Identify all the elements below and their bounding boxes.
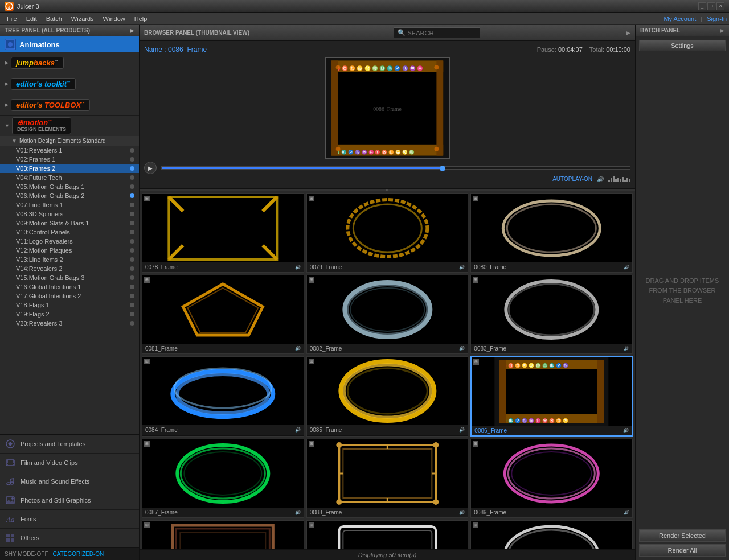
thumb-label: 0081_Frame 🔊 xyxy=(142,344,304,353)
nav-fonts[interactable]: Aa Fonts xyxy=(0,510,139,529)
search-input[interactable] xyxy=(408,30,476,36)
thumb-0078[interactable]: ⊞ 0078_Frame 🔊 xyxy=(142,193,304,273)
nav-music-label: Music and Sound Effects xyxy=(21,478,89,485)
tree-item-v02-frames-1[interactable]: V02:Frames 1 xyxy=(0,155,139,164)
close-button[interactable]: ✕ xyxy=(716,2,724,10)
audio-bar-7 xyxy=(622,177,624,182)
expand-icon: ⊞ xyxy=(473,522,478,528)
nav-fonts-label: Fonts xyxy=(21,516,36,522)
nav-projects[interactable]: Projects and Templates xyxy=(0,435,139,454)
thumb-0084[interactable]: ⊞ 0084_Frame 🔊 xyxy=(142,356,304,437)
tree-item-v15-motion-grab-bags-3[interactable]: V15:Motion Grab Bags 3 xyxy=(0,273,139,282)
play-button[interactable]: ▶ xyxy=(144,162,157,174)
thumb-name: 0078_Frame xyxy=(145,264,178,270)
menu-help[interactable]: Help xyxy=(130,14,152,23)
thumb-name: 0087_Frame xyxy=(145,509,178,516)
titlebar: J Juicer 3 _ □ ✕ xyxy=(0,0,729,13)
nav-projects-label: Projects and Templates xyxy=(21,440,85,447)
thumb-0087[interactable]: ⊞ 0087_Frame 🔊 xyxy=(142,439,304,518)
preview-name-bar: Name : 0086_Frame Pause: 00:04:07 Total:… xyxy=(144,46,630,53)
tree-item-v17-global-intentions-2[interactable]: V17:Global Intentions 2 xyxy=(0,291,139,300)
tree-item-v08-3d-spinners[interactable]: V08:3D Spinners xyxy=(0,209,139,219)
menu-batch[interactable]: Batch xyxy=(42,14,67,23)
item-dot xyxy=(130,275,134,280)
thumb-name: 0084_Frame xyxy=(145,427,178,433)
thumb-0091[interactable]: ⊞ 0091_Frame 🔊 xyxy=(306,520,469,549)
tree-item-v16-global-intentions-1[interactable]: V16:Global Intentions 1 xyxy=(0,282,139,291)
total-time: 00:10:00 xyxy=(606,46,630,53)
thumb-0092[interactable]: ⊞ 0092_Frame 🔊 xyxy=(470,520,633,549)
thumb-label: 0082_Frame 🔊 xyxy=(307,344,468,353)
svg-point-14 xyxy=(10,482,14,484)
tree-item-v06-motion-grab-bags-2[interactable]: V06:Motion Grab Bags 2 xyxy=(0,191,139,200)
thumb-0080[interactable]: ⊞ 0080_Frame 🔊 xyxy=(470,193,633,273)
tree-item-v13-line-items-2[interactable]: V13:Line Items 2 xyxy=(0,255,139,264)
batch-expand-button[interactable]: ▶ xyxy=(720,27,724,34)
editors-toolkit-logo: editor's toolkit™ xyxy=(11,76,76,92)
svg-rect-20 xyxy=(6,538,10,542)
product-editors-toolkit-header[interactable]: ▶ editor's toolkit™ xyxy=(0,73,139,94)
sign-in-link[interactable]: Sign-In xyxy=(707,15,727,22)
tree-item-v04-future-tech[interactable]: V04:Future Tech xyxy=(0,173,139,182)
thumb-0081[interactable]: ⊞ 0081_Frame 🔊 xyxy=(142,275,304,354)
progress-track[interactable] xyxy=(161,166,630,170)
nav-others[interactable]: Others xyxy=(0,529,139,547)
product-editors-toolbox-header[interactable]: ▶ editor's TOOLBOX™ xyxy=(0,94,139,115)
browser-expand-button[interactable]: ▶ xyxy=(626,30,630,36)
thumb-label: 0088_Frame 🔊 xyxy=(307,508,468,517)
thumb-0085[interactable]: ⊞ 0085_Frame 🔊 xyxy=(306,356,469,437)
grid-status: Displaying 50 item(s) xyxy=(140,549,635,560)
menu-window[interactable]: Window xyxy=(99,14,130,23)
animations-label: Animations xyxy=(19,40,60,49)
thumb-name: 0088_Frame xyxy=(310,509,342,516)
thumb-0088[interactable]: ⊞ 0088_Frame 🔊 xyxy=(306,439,469,518)
my-account-link[interactable]: My Account xyxy=(664,15,696,22)
menu-file[interactable]: File xyxy=(2,14,22,23)
tree-item-v19-flags-2[interactable]: V19:Flags 2 xyxy=(0,310,139,319)
bottom-nav: Projects and Templates Film and Video Cl… xyxy=(0,434,139,547)
tree-item-v11-logo-revealers[interactable]: V11:Logo Revealers xyxy=(0,237,139,246)
svg-text:♈ ♉ ♊ ♋ ♌ ♍ ♎ ♏ ♐ ♑: ♈ ♉ ♊ ♋ ♌ ♍ ♎ ♏ ♐ ♑ xyxy=(502,363,569,368)
search-icon: 🔍 xyxy=(398,29,406,36)
expand-icon: ⊞ xyxy=(144,522,150,528)
settings-button[interactable]: Settings xyxy=(639,40,726,51)
tree-item-v05-motion-grab-bags-1[interactable]: V05:Motion Grab Bags 1 xyxy=(0,182,139,191)
maximize-button[interactable]: □ xyxy=(707,2,715,10)
menu-wizards[interactable]: Wizards xyxy=(67,14,99,23)
tree-item-v14-revealers-2[interactable]: V14:Revealers 2 xyxy=(0,264,139,273)
thumb-vol: 🔊 xyxy=(623,428,629,433)
tree-item-v12-motion-plaques[interactable]: V12:Motion Plaques xyxy=(0,246,139,255)
nav-photos[interactable]: Photos and Still Graphics xyxy=(0,491,139,510)
thumb-0082[interactable]: ⊞ 0082_Frame 🔊 xyxy=(306,275,469,354)
product-jumpbacks-header[interactable]: ▶ jumpbacks™ xyxy=(0,52,139,73)
thumb-0089[interactable]: ⊞ 0089_Frame 🔊 xyxy=(470,439,633,518)
thumb-0083[interactable]: ⊞ 0083_Frame 🔊 xyxy=(470,275,633,354)
editors-toolbox-logo: editor's TOOLBOX™ xyxy=(11,97,90,113)
thumb-0090[interactable]: ⊞ 0090_Frame 🔊 xyxy=(142,520,304,549)
tree-item-v20-revealers-3[interactable]: V20:Revealers 3 xyxy=(0,319,139,328)
tree-item-v10-control-panels[interactable]: V10:Control Panels xyxy=(0,228,139,237)
tree-item-v03-frames-2[interactable]: V03:Frames 2 xyxy=(0,164,139,173)
tree-item-v07-line-items-1[interactable]: V07:Line Items 1 xyxy=(0,200,139,209)
tree-item-v09-motion-slats---bars-1[interactable]: V09:Motion Slats & Bars 1 xyxy=(0,219,139,228)
item-dot xyxy=(130,166,134,171)
thumb-image xyxy=(471,521,632,549)
svg-point-4 xyxy=(8,42,13,47)
nav-film[interactable]: Film and Video Clips xyxy=(0,454,139,472)
thumb-0086[interactable]: ⊞ ♈ ♉ ♊ ♋ ♌ ♍ ♎ ♏ ♐ ♑♎ ♏ ♐ ♑ ♒ ♓ ♈ ♉ ♊ ♋… xyxy=(470,356,633,437)
render-all-button[interactable]: Render All xyxy=(639,544,726,557)
product-motion-design-header[interactable]: ▼ ⊕motion™ DESIGN ELEMENTS xyxy=(0,116,139,136)
nav-music[interactable]: Music and Sound Effects xyxy=(0,472,139,491)
render-selected-button[interactable]: Render Selected xyxy=(639,529,726,542)
thumb-0079[interactable]: ⊞ 0079_Frame 🔊 xyxy=(306,193,469,273)
menu-edit[interactable]: Edit xyxy=(22,14,42,23)
preview-image: ♈ ♉ ♊ ♋ ♌ ♍ ♎ ♏ ♐ ♑ ♒ ♓ ♎ ♏ ♐ ♑ ♒ ♓ ♈ ♉ … xyxy=(325,57,450,159)
audio-bar-9 xyxy=(626,178,628,182)
animations-section-header[interactable]: Animations xyxy=(0,36,139,52)
tree-item-v18-flags-1[interactable]: V18:Flags 1 xyxy=(0,300,139,310)
tree-item-v01-revealers-1[interactable]: V01:Revealers 1 xyxy=(0,146,139,155)
minimize-button[interactable]: _ xyxy=(698,2,706,10)
svg-point-32 xyxy=(434,65,439,69)
tree-expand-button[interactable]: ▶ xyxy=(130,27,134,34)
svg-rect-68 xyxy=(505,365,599,418)
